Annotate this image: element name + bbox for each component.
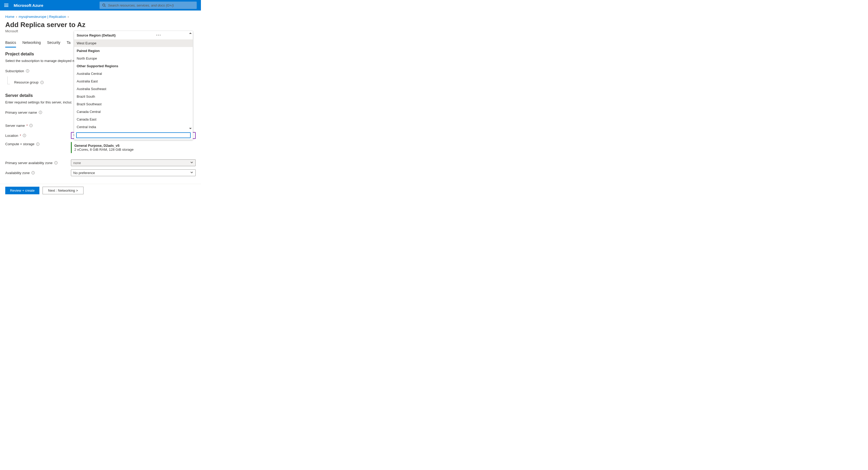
- dd-item-west-europe[interactable]: West Europe: [74, 39, 193, 47]
- scroll-up-icon[interactable]: [189, 33, 192, 34]
- global-search[interactable]: [99, 2, 197, 9]
- next-networking-button[interactable]: Next : Networking >: [42, 187, 84, 194]
- svg-point-3: [103, 4, 105, 6]
- chevron-right-icon: ›: [16, 15, 17, 19]
- brand-label[interactable]: Microsoft Azure: [14, 3, 43, 8]
- info-icon[interactable]: [23, 134, 26, 137]
- tab-tags[interactable]: Ta: [67, 38, 71, 48]
- scroll-down-icon[interactable]: [189, 128, 192, 129]
- primary-az-row: Primary server availability zone none: [5, 159, 196, 166]
- primary-az-label: Primary server availability zone: [5, 161, 71, 165]
- footer-bar: Review + create Next : Networking >: [0, 184, 201, 197]
- subscription-label: Subscription: [5, 69, 71, 73]
- chevron-down-icon: [190, 171, 193, 175]
- dd-item-brazil-south[interactable]: Brazil South: [74, 93, 193, 100]
- svg-rect-1: [4, 5, 8, 5]
- info-icon[interactable]: [31, 171, 35, 175]
- primary-server-name-label: Primary server name: [5, 111, 71, 115]
- dd-item-australia-east[interactable]: Australia East: [74, 77, 193, 85]
- top-header: Microsoft Azure: [0, 0, 201, 10]
- breadcrumb: Home › mysqlrwesteurope | Replication ›: [5, 15, 196, 19]
- svg-point-28: [33, 172, 33, 172]
- tab-networking[interactable]: Networking: [22, 38, 41, 48]
- info-icon[interactable]: [26, 69, 29, 73]
- dd-search-row: [74, 131, 193, 140]
- dd-item-australia-central[interactable]: Australia Central: [74, 70, 193, 77]
- svg-point-16: [31, 125, 31, 125]
- compute-storage-summary: General Purpose, D2ads_v5 2 vCores, 8 Gi…: [71, 142, 196, 153]
- info-icon[interactable]: [40, 81, 44, 84]
- info-icon[interactable]: [36, 142, 40, 146]
- more-icon[interactable]: ···: [156, 33, 161, 37]
- svg-point-7: [27, 70, 28, 70]
- required-star: *: [20, 134, 21, 137]
- dd-item-canada-central[interactable]: Canada Central: [74, 108, 193, 116]
- dd-other-regions-header: Other Supported Regions: [74, 62, 193, 70]
- required-star: *: [26, 124, 28, 128]
- dd-item-central-india[interactable]: Central India: [74, 123, 193, 131]
- page-content: Home › mysqlrwesteurope | Replication › …: [0, 10, 201, 197]
- location-dropdown-list[interactable]: Source Region (Default) ··· West Europe …: [74, 31, 193, 131]
- tab-basics[interactable]: Basics: [5, 38, 16, 48]
- search-input[interactable]: [108, 3, 194, 7]
- primary-az-select: none: [71, 159, 196, 166]
- compute-storage-row: Compute + storage General Purpose, D2ads…: [5, 142, 196, 153]
- chevron-right-icon: ›: [67, 15, 68, 19]
- server-name-label: Server name *: [5, 124, 71, 128]
- resource-group-label: Resource group: [5, 80, 71, 84]
- dd-item-canada-east[interactable]: Canada East: [74, 116, 193, 123]
- svg-point-25: [56, 162, 56, 162]
- compute-storage-label: Compute + storage: [5, 142, 71, 146]
- chevron-down-icon: [190, 161, 193, 165]
- svg-point-13: [40, 112, 40, 112]
- svg-rect-0: [4, 4, 8, 4]
- hamburger-menu[interactable]: [4, 3, 8, 7]
- info-icon[interactable]: [39, 111, 42, 114]
- tab-security[interactable]: Security: [47, 38, 60, 48]
- svg-point-10: [42, 82, 42, 82]
- info-icon[interactable]: [29, 124, 33, 127]
- dd-item-north-europe[interactable]: North Europe: [74, 55, 193, 62]
- location-search-input[interactable]: [76, 132, 191, 138]
- az-label: Availability zone: [5, 171, 71, 175]
- info-icon[interactable]: [54, 161, 58, 165]
- dd-source-region-header: Source Region (Default) ···: [74, 31, 193, 39]
- az-row: Availability zone No preference: [5, 169, 196, 176]
- breadcrumb-resource[interactable]: mysqlrwesteurope | Replication: [19, 15, 66, 19]
- location-label: Location *: [5, 134, 71, 137]
- breadcrumb-home[interactable]: Home: [5, 15, 14, 19]
- svg-rect-2: [4, 6, 8, 7]
- svg-point-19: [24, 135, 25, 135]
- page-title: Add Replica server to Az: [5, 21, 196, 29]
- location-dropdown-panel: Source Region (Default) ··· West Europe …: [74, 31, 193, 140]
- svg-line-4: [105, 6, 106, 7]
- search-icon: [102, 3, 106, 7]
- dd-item-australia-southeast[interactable]: Australia Southeast: [74, 85, 193, 93]
- dd-paired-region-header: Paired Region: [74, 47, 193, 55]
- dd-item-brazil-southeast[interactable]: Brazil Southeast: [74, 100, 193, 108]
- az-select[interactable]: No preference: [71, 169, 196, 176]
- review-create-button[interactable]: Review + create: [5, 187, 39, 194]
